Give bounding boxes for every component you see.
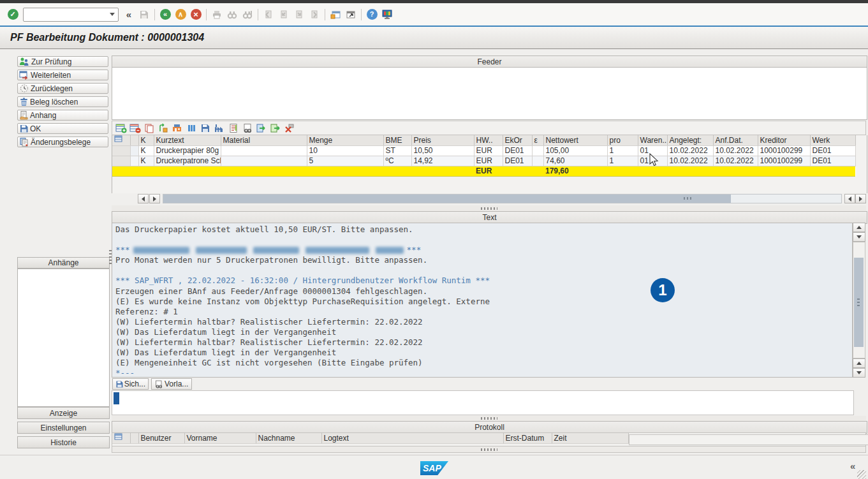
col-anfdat[interactable]: Anf.Dat. xyxy=(713,135,758,145)
scroll-left-button[interactable] xyxy=(844,194,855,203)
items-header-row: K Kurztext Material Menge BME Preis HW..… xyxy=(112,135,855,145)
protokoll-filter-dropdown[interactable] xyxy=(629,434,868,445)
vertical-scrollbar-thumb[interactable] xyxy=(854,258,864,347)
attachments-list[interactable] xyxy=(17,269,110,407)
previous-page-icon[interactable] xyxy=(277,8,291,22)
new-session-icon[interactable] xyxy=(328,8,342,22)
scroll-down-button[interactable] xyxy=(853,232,865,242)
col-zeit[interactable]: Zeit xyxy=(552,433,628,443)
col-logtext[interactable]: Logtext xyxy=(321,433,503,443)
sidebar-button-label: Weiterleiten xyxy=(31,71,71,80)
find-next-icon[interactable] xyxy=(240,8,254,22)
text-line: Das Druckerpapier kostet aktuell 10,50 E… xyxy=(115,225,852,235)
last-page-icon[interactable] xyxy=(307,8,321,22)
copy-icon[interactable] xyxy=(142,122,156,134)
order-icon[interactable] xyxy=(170,122,184,134)
sidebar-button-historie[interactable]: Historie xyxy=(17,436,110,448)
chevron-down-icon[interactable] xyxy=(110,13,115,16)
find-document-icon[interactable] xyxy=(240,122,254,134)
col-preis[interactable]: Preis xyxy=(411,135,474,145)
scroll-right-button[interactable] xyxy=(149,194,160,203)
find-icon[interactable] xyxy=(225,8,239,22)
sidebar-button-anzeige[interactable]: Anzeige xyxy=(17,407,110,419)
text-line: (W) Liefertermin haltbar? Realistischer … xyxy=(115,317,852,327)
feeder-content[interactable] xyxy=(112,67,867,120)
col-menge[interactable]: Menge xyxy=(307,135,383,145)
col-erstdatum[interactable]: Erst-Datum xyxy=(503,433,552,443)
sidebar-button-label: Zur Prüfung xyxy=(31,57,71,66)
status-collapse-icon[interactable]: « xyxy=(850,461,855,471)
col-pro[interactable]: pro xyxy=(607,135,638,145)
col-hw[interactable]: HW.. xyxy=(474,135,503,145)
save-text-button[interactable]: Sich... xyxy=(112,378,149,390)
scroll-left-button[interactable] xyxy=(138,194,149,203)
paste-row-icon[interactable] xyxy=(156,122,170,134)
sidebar-button-zur-pruefung[interactable]: Zur Prüfung xyxy=(17,56,108,67)
horizontal-splitter[interactable] xyxy=(112,205,866,211)
sidebar-button-aenderungsbelege[interactable]: Änderungsbelege xyxy=(17,136,108,147)
sidebar-button-ok[interactable]: OK xyxy=(17,123,108,134)
enter-icon[interactable]: ✓ xyxy=(6,8,20,22)
scroll-up-button[interactable] xyxy=(853,358,865,368)
next-page-icon[interactable] xyxy=(292,8,306,22)
col-benutzer[interactable]: Benutzer xyxy=(138,433,184,443)
insert-row-icon[interactable] xyxy=(114,122,128,134)
select-all-cell[interactable] xyxy=(112,433,130,443)
export-icon[interactable] xyxy=(268,122,282,134)
scroll-up-button[interactable] xyxy=(853,223,865,232)
sidebar-button-weiterleiten[interactable]: Weiterleiten xyxy=(17,70,108,80)
col-sigma[interactable]: ε xyxy=(532,135,543,145)
delete-row-icon[interactable] xyxy=(128,122,142,134)
first-page-icon[interactable] xyxy=(261,8,276,22)
vertical-scrollbar[interactable] xyxy=(853,242,865,358)
exit-icon[interactable]: ∧ xyxy=(173,8,188,22)
sidebar-button-anhang[interactable]: Anhang xyxy=(17,110,108,121)
col-nettowert[interactable]: Nettowert xyxy=(543,135,607,145)
col-nachname[interactable]: Nachname xyxy=(256,433,321,443)
scroll-right-button[interactable] xyxy=(855,194,866,203)
horizontal-scrollbar[interactable] xyxy=(163,194,842,203)
cancel-icon[interactable]: × xyxy=(189,8,203,22)
save-icon[interactable] xyxy=(198,122,212,134)
col-k[interactable]: K xyxy=(138,135,154,145)
table-row[interactable]: K Druckerpatrone Schwa.. 5 ºC 14,92 EUR … xyxy=(112,156,855,166)
column-config-icon[interactable] xyxy=(184,122,198,134)
col-kreditor[interactable]: Kreditor xyxy=(758,135,810,145)
back-icon[interactable]: « xyxy=(158,8,172,22)
col-material[interactable]: Material xyxy=(221,135,307,145)
command-field[interactable] xyxy=(23,8,119,22)
template-button[interactable]: Vorla... xyxy=(151,378,192,390)
remove-assignment-icon[interactable] xyxy=(283,122,296,134)
anhaenge-header[interactable]: Anhänge xyxy=(17,257,110,269)
col-ekor[interactable]: EkOr xyxy=(503,135,532,145)
sidebar-button-einstellungen[interactable]: Einstellungen xyxy=(17,422,110,434)
sidebar-button-beleg-loeschen[interactable]: Beleg löschen xyxy=(17,96,108,107)
import-icon[interactable] xyxy=(254,122,268,134)
collapse-toolbar-icon[interactable]: « xyxy=(122,8,136,22)
detail-list-icon[interactable] xyxy=(226,122,240,134)
select-all-cell[interactable] xyxy=(112,135,130,145)
horizontal-splitter[interactable] xyxy=(112,446,866,453)
text-cursor xyxy=(114,392,119,404)
table-row[interactable]: K Druckerpapier 80g 10 ST 10,50 EUR DE01… xyxy=(112,145,855,156)
resize-grip[interactable] xyxy=(857,470,866,479)
col-vorname[interactable]: Vorname xyxy=(184,433,256,443)
col-angelegt[interactable]: Angelegt: xyxy=(667,135,713,145)
col-werk[interactable]: Werk xyxy=(810,135,855,145)
text-editor[interactable]: Das Druckerpapier kostet aktuell 10,50 E… xyxy=(112,223,853,378)
print-icon[interactable] xyxy=(210,8,224,22)
horizontal-scrollbar-thumb[interactable] xyxy=(163,195,731,203)
sidebar-button-zuruecklegen[interactable]: Zurücklegen xyxy=(17,83,108,94)
col-waren[interactable]: Waren.. xyxy=(638,135,667,145)
scroll-down-button[interactable] xyxy=(853,368,865,378)
customize-icon[interactable] xyxy=(380,8,394,22)
shortcut-icon[interactable] xyxy=(344,8,358,22)
factory-icon[interactable] xyxy=(212,122,226,134)
text-input-area[interactable] xyxy=(112,390,854,415)
col-bme[interactable]: BME xyxy=(383,135,411,145)
save-icon[interactable] xyxy=(137,8,151,22)
horizontal-splitter[interactable] xyxy=(112,416,866,421)
standard-toolbar: ✓ « « ∧ × ? xyxy=(0,3,868,26)
col-kurztext[interactable]: Kurztext xyxy=(154,135,221,145)
help-icon[interactable]: ? xyxy=(365,8,379,22)
